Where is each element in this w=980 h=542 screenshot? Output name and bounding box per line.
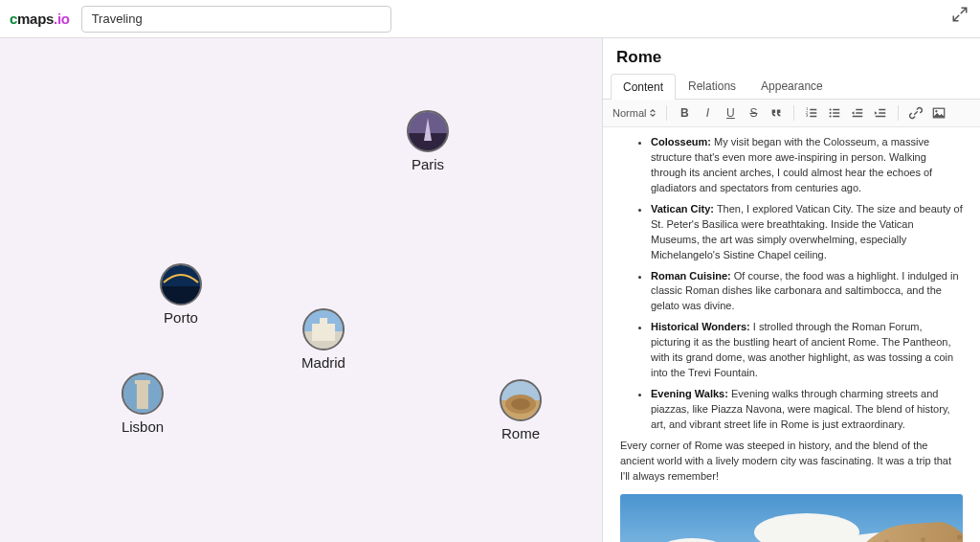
node-paris[interactable]: Paris (407, 110, 449, 172)
node-porto[interactable]: Porto (160, 263, 202, 326)
editor-body[interactable]: Colosseum: My visit began with the Colos… (603, 127, 980, 542)
underline-icon[interactable]: U (723, 105, 738, 121)
list-bullet-icon[interactable] (827, 105, 842, 121)
svg-text:3: 3 (806, 113, 809, 118)
content-list: Colosseum: My visit began with the Colos… (620, 135, 963, 433)
top-bar: cmaps.io (0, 0, 980, 38)
node-avatar (407, 110, 449, 152)
list-item: Vatican City: Then, I explored Vatican C… (651, 202, 963, 263)
editor-toolbar: Normal B I U S 123 (603, 100, 980, 127)
tab-appearance[interactable]: Appearance (748, 73, 835, 99)
indent-icon[interactable] (873, 105, 888, 121)
node-label: Paris (407, 156, 449, 172)
list-item: Historical Wonders: I strolled through t… (651, 320, 963, 381)
format-label: Normal (612, 107, 646, 119)
tab-content[interactable]: Content (611, 74, 676, 100)
svg-point-22 (830, 108, 832, 110)
node-avatar (500, 379, 542, 421)
bold-icon[interactable]: B (677, 105, 692, 121)
list-ordered-icon[interactable]: 123 (804, 105, 819, 121)
node-label: Lisbon (122, 418, 164, 435)
panel-tabs: Content Relations Appearance (603, 73, 980, 100)
svg-rect-11 (320, 318, 327, 327)
brand-logo[interactable]: cmaps.io (10, 11, 70, 27)
svg-point-18 (511, 398, 530, 410)
node-madrid[interactable]: Madrid (301, 308, 345, 371)
tab-relations[interactable]: Relations (676, 73, 748, 99)
closing-paragraph: Every corner of Rome was steeped in hist… (620, 439, 963, 485)
node-avatar (302, 308, 345, 350)
map-canvas[interactable]: Paris Porto Madrid Lisbon Rome (0, 38, 602, 542)
svg-rect-14 (135, 380, 150, 384)
outdent-icon[interactable] (850, 105, 865, 121)
details-panel: Rome Content Relations Appearance Normal… (602, 38, 980, 542)
svg-point-23 (830, 112, 832, 114)
italic-icon[interactable]: I (700, 105, 715, 121)
node-rome[interactable]: Rome (500, 379, 542, 441)
link-icon[interactable] (908, 105, 924, 121)
node-avatar (122, 373, 164, 415)
strike-icon[interactable]: S (746, 105, 761, 121)
expand-icon[interactable] (951, 6, 970, 25)
edges-layer (0, 38, 287, 182)
list-item: Evening Walks: Evening walks through cha… (651, 387, 963, 433)
svg-point-24 (830, 115, 832, 117)
chevron-updown-icon (649, 109, 657, 117)
format-select[interactable]: Normal (612, 107, 657, 119)
panel-title: Rome (616, 48, 661, 67)
list-item: Roman Cuisine: Of course, the food was a… (651, 269, 963, 315)
node-lisbon[interactable]: Lisbon (122, 373, 164, 435)
list-item: Colosseum: My visit began with the Colos… (651, 135, 963, 196)
quote-icon[interactable] (768, 105, 784, 121)
node-label: Madrid (301, 354, 345, 371)
node-label: Rome (500, 425, 542, 441)
image-icon[interactable] (931, 105, 947, 121)
node-label: Porto (160, 309, 202, 326)
svg-point-26 (936, 110, 938, 112)
node-avatar (160, 263, 202, 305)
content-image (620, 494, 963, 542)
svg-rect-7 (162, 286, 200, 304)
map-title-input[interactable] (81, 6, 391, 33)
svg-rect-13 (137, 382, 148, 409)
